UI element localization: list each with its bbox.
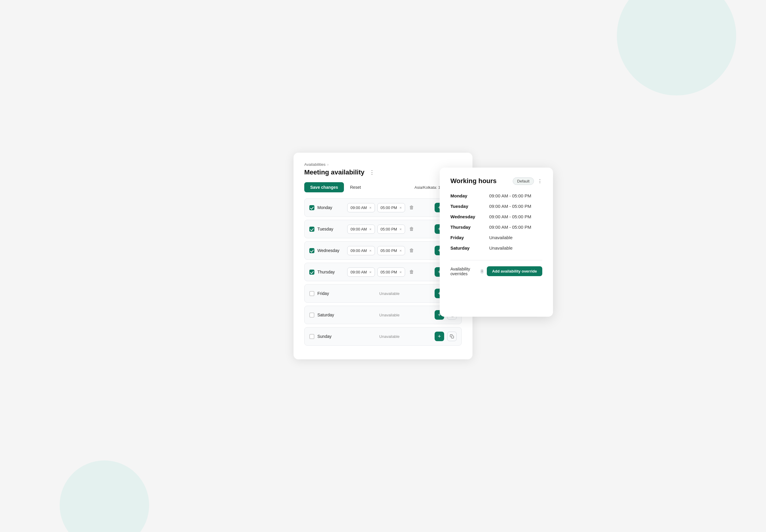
schedule-row: Tuesday09:00 AM - 05:00 PM: [450, 204, 542, 209]
schedule-day-label: Monday: [450, 193, 489, 198]
start-time-clear[interactable]: ×: [369, 270, 372, 274]
start-time-clear[interactable]: ×: [369, 249, 372, 253]
day-row: FridayUnavailable+: [304, 284, 462, 303]
start-time-clear[interactable]: ×: [369, 206, 372, 210]
end-time-clear[interactable]: ×: [399, 270, 402, 274]
page-wrapper: Availabilities › Meeting availability ⋮ …: [219, 153, 547, 379]
start-time-input[interactable]: 09:00 AM×: [347, 246, 375, 255]
unavailable-label: Unavailable: [347, 313, 432, 317]
start-time-value: 09:00 AM: [350, 248, 367, 253]
day-row: Monday09:00 AM×05:00 PM×🗑+: [304, 198, 462, 217]
schedule-list: Monday09:00 AM - 05:00 PMTuesday09:00 AM…: [450, 193, 542, 250]
day-checkbox-sunday[interactable]: [309, 334, 314, 339]
breadcrumb: Availabilities ›: [304, 162, 462, 167]
delete-slot-button[interactable]: 🗑: [407, 247, 416, 254]
schedule-time-value: 09:00 AM - 05:00 PM: [489, 214, 531, 219]
start-time-value: 09:00 AM: [350, 205, 367, 210]
unavailable-label: Unavailable: [347, 291, 432, 296]
time-slots: 09:00 AM×05:00 PM×🗑: [347, 267, 432, 277]
end-time-input[interactable]: 05:00 PM×: [377, 203, 405, 212]
schedule-time-value: 09:00 AM - 05:00 PM: [489, 204, 531, 209]
end-time-value: 05:00 PM: [381, 227, 397, 231]
svg-rect-6: [451, 336, 454, 338]
day-checkbox-saturday[interactable]: [309, 313, 314, 318]
day-label-sunday: Sunday: [317, 334, 344, 339]
time-slots: 09:00 AM×05:00 PM×🗑: [347, 203, 432, 212]
day-row: Tuesday09:00 AM×05:00 PM×🗑+: [304, 220, 462, 238]
end-time-input[interactable]: 05:00 PM×: [377, 225, 405, 234]
schedule-time-value: 09:00 AM - 05:00 PM: [489, 193, 531, 198]
end-time-value: 05:00 PM: [381, 205, 397, 210]
overrides-row: Availability overrides i Add availabilit…: [450, 260, 542, 276]
day-checkbox-friday[interactable]: [309, 291, 314, 296]
day-row: Thursday09:00 AM×05:00 PM×🗑+: [304, 263, 462, 281]
add-slot-button[interactable]: +: [435, 332, 444, 341]
end-time-input[interactable]: 05:00 PM×: [377, 246, 405, 255]
right-card-header: Working hours Default ⋮: [450, 177, 542, 185]
start-time-input[interactable]: 09:00 AM×: [347, 203, 375, 212]
schedule-time-value: Unavailable: [489, 235, 512, 240]
day-row: SaturdayUnavailable+: [304, 306, 462, 324]
schedule-day-label: Friday: [450, 235, 489, 240]
schedule-row: Wednesday09:00 AM - 05:00 PM: [450, 214, 542, 219]
day-label-saturday: Saturday: [317, 313, 344, 317]
default-badge: Default: [513, 177, 534, 185]
time-slots: 09:00 AM×05:00 PM×🗑: [347, 225, 432, 234]
delete-slot-button[interactable]: 🗑: [407, 225, 416, 233]
schedule-time-value: Unavailable: [489, 245, 512, 250]
day-label-wednesday: Wednesday: [317, 248, 344, 253]
end-time-value: 05:00 PM: [381, 248, 397, 253]
overrides-label: Availability overrides: [450, 267, 477, 276]
actions-row: Save changes Reset Asia/Kolkata: 11:26 A…: [304, 182, 462, 192]
schedule-row: Thursday09:00 AM - 05:00 PM: [450, 225, 542, 230]
day-label-monday: Monday: [317, 205, 344, 210]
schedule-day-label: Wednesday: [450, 214, 489, 219]
days-container: Monday09:00 AM×05:00 PM×🗑+Tuesday09:00 A…: [304, 198, 462, 346]
schedule-day-label: Saturday: [450, 245, 489, 250]
schedule-time-value: 09:00 AM - 05:00 PM: [489, 225, 531, 230]
reset-button[interactable]: Reset: [348, 182, 363, 192]
start-time-input[interactable]: 09:00 AM×: [347, 225, 375, 234]
start-time-value: 09:00 AM: [350, 227, 367, 231]
start-time-value: 09:00 AM: [350, 270, 367, 274]
day-row: Wednesday09:00 AM×05:00 PM×🗑+: [304, 241, 462, 260]
day-row: SundayUnavailable+: [304, 327, 462, 346]
day-checkbox-wednesday[interactable]: [309, 248, 314, 253]
title-more-icon[interactable]: ⋮: [367, 168, 376, 176]
right-more-icon[interactable]: ⋮: [538, 178, 542, 184]
day-label-tuesday: Tuesday: [317, 227, 344, 231]
end-time-clear[interactable]: ×: [399, 227, 402, 231]
end-time-clear[interactable]: ×: [399, 206, 402, 210]
delete-slot-button[interactable]: 🗑: [407, 204, 416, 211]
day-checkbox-thursday[interactable]: [309, 270, 314, 275]
save-button[interactable]: Save changes: [304, 182, 344, 192]
schedule-day-label: Tuesday: [450, 204, 489, 209]
page-title: Meeting availability: [304, 168, 365, 176]
breadcrumb-text[interactable]: Availabilities: [304, 162, 325, 167]
breadcrumb-chevron: ›: [327, 163, 328, 167]
day-label-friday: Friday: [317, 291, 344, 296]
info-icon: i: [480, 269, 484, 274]
bg-circle-bottom: [60, 460, 149, 532]
end-time-clear[interactable]: ×: [399, 249, 402, 253]
end-time-input[interactable]: 05:00 PM×: [377, 267, 405, 277]
end-time-value: 05:00 PM: [381, 270, 397, 274]
add-override-button[interactable]: Add availability override: [487, 266, 542, 276]
right-card: Working hours Default ⋮ Monday09:00 AM -…: [440, 168, 553, 317]
delete-slot-button[interactable]: 🗑: [407, 268, 416, 276]
bg-circle-top: [617, 0, 736, 95]
copy-slot-button[interactable]: [447, 332, 457, 341]
start-time-clear[interactable]: ×: [369, 227, 372, 231]
time-slots: 09:00 AM×05:00 PM×🗑: [347, 246, 432, 255]
schedule-row: SaturdayUnavailable: [450, 245, 542, 250]
title-row: Meeting availability ⋮: [304, 168, 462, 176]
right-card-title: Working hours: [450, 177, 509, 185]
unavailable-label: Unavailable: [347, 334, 432, 339]
schedule-day-label: Thursday: [450, 225, 489, 230]
start-time-input[interactable]: 09:00 AM×: [347, 267, 375, 277]
day-checkbox-tuesday[interactable]: [309, 227, 314, 232]
schedule-row: Monday09:00 AM - 05:00 PM: [450, 193, 542, 198]
schedule-row: FridayUnavailable: [450, 235, 542, 240]
day-checkbox-monday[interactable]: [309, 205, 314, 210]
day-label-thursday: Thursday: [317, 270, 344, 274]
